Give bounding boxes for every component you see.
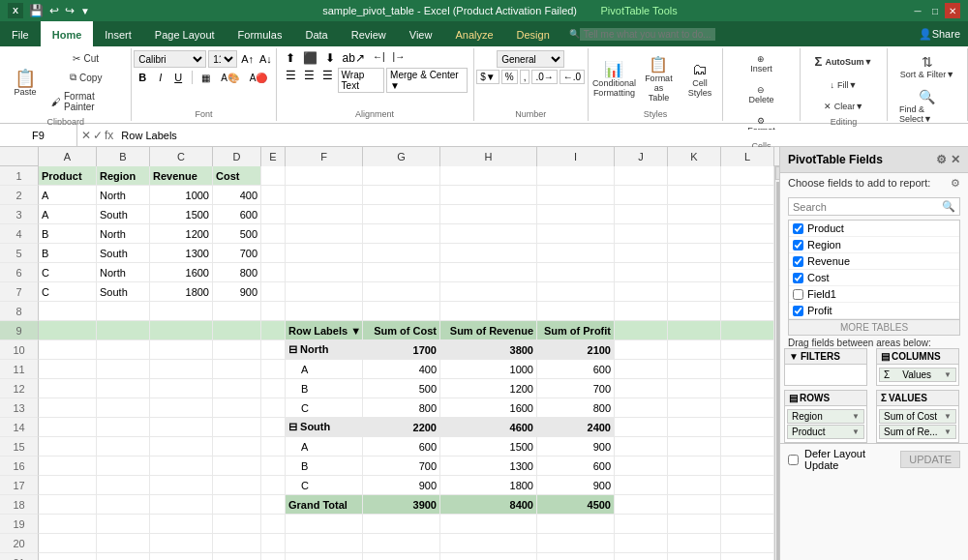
col-I[interactable]: I — [537, 147, 615, 166]
col-K[interactable]: K — [668, 147, 721, 166]
cell-e8[interactable] — [261, 302, 286, 321]
cell-b14[interactable] — [97, 418, 150, 437]
cell-k13[interactable] — [668, 398, 721, 418]
cell-b20[interactable] — [97, 534, 150, 553]
cell-k9[interactable] — [668, 321, 721, 340]
align-center-btn[interactable]: ☰ — [301, 68, 318, 93]
cell-i15[interactable]: 900 — [537, 437, 615, 457]
indent-right-btn[interactable]: |→ — [390, 50, 408, 66]
cell-c13[interactable] — [150, 398, 213, 418]
cell-a11[interactable] — [39, 360, 97, 379]
cell-k2[interactable] — [668, 186, 721, 205]
merge-center-btn[interactable]: Merge & Center ▼ — [386, 68, 468, 93]
pivot-search-input[interactable] — [793, 201, 942, 213]
cell-f16[interactable]: B — [286, 457, 363, 476]
cell-a13[interactable] — [39, 398, 97, 418]
cell-e15[interactable] — [261, 437, 286, 457]
cell-a7[interactable]: C — [39, 282, 97, 302]
cell-d5[interactable]: 700 — [213, 244, 261, 263]
cell-a10[interactable] — [39, 340, 97, 360]
cell-d6[interactable]: 800 — [213, 263, 261, 282]
cell-d18[interactable] — [213, 495, 261, 515]
cell-l6[interactable] — [721, 263, 774, 282]
cell-j15[interactable] — [615, 437, 668, 457]
undo-btn[interactable]: ↩ — [49, 4, 59, 17]
cell-c8[interactable] — [150, 302, 213, 321]
cell-l10[interactable] — [721, 340, 774, 360]
cell-a4[interactable]: B — [39, 224, 97, 244]
cell-h19[interactable] — [440, 515, 537, 534]
align-right-btn[interactable]: ☰ — [319, 68, 336, 93]
cell-j5[interactable] — [615, 244, 668, 263]
cell-j3[interactable] — [615, 205, 668, 224]
font-select[interactable]: Calibri — [134, 50, 206, 68]
customize-btn[interactable]: ▼ — [80, 6, 90, 16]
bold-btn[interactable]: B — [134, 70, 151, 85]
pivot-search[interactable]: 🔍 — [788, 197, 960, 216]
cell-f8[interactable] — [286, 302, 363, 321]
cell-j13[interactable] — [615, 398, 668, 418]
cell-h11[interactable]: 1000 — [440, 360, 537, 379]
pivot-close-icon[interactable]: ✕ — [951, 153, 960, 166]
cell-c5[interactable]: 1300 — [150, 244, 213, 263]
format-table-btn[interactable]: 📋 Format as Table — [638, 51, 679, 106]
cell-k7[interactable] — [668, 282, 721, 302]
cell-j8[interactable] — [615, 302, 668, 321]
field-checkbox-field1[interactable] — [793, 289, 803, 300]
cell-j12[interactable] — [615, 379, 668, 398]
align-top-btn[interactable]: ⬆ — [283, 50, 298, 66]
cell-c14[interactable] — [150, 418, 213, 437]
cell-h3[interactable] — [440, 205, 537, 224]
cell-i10[interactable]: 2100 — [537, 340, 615, 360]
cell-k1[interactable] — [668, 166, 721, 186]
cell-h7[interactable] — [440, 282, 537, 302]
cell-d10[interactable] — [213, 340, 261, 360]
cell-k14[interactable] — [668, 418, 721, 437]
cell-i1[interactable] — [537, 166, 615, 186]
cell-d7[interactable]: 900 — [213, 282, 261, 302]
defer-update-checkbox[interactable] — [788, 455, 799, 465]
cell-i9[interactable]: Sum of Profit — [537, 321, 615, 340]
wrap-text-btn[interactable]: Wrap Text — [338, 68, 384, 93]
pivot-settings-icon[interactable]: ⚙ — [936, 153, 947, 166]
cell-f21[interactable] — [286, 553, 363, 560]
update-btn[interactable]: UPDATE — [900, 451, 960, 468]
cell-b4[interactable]: North — [97, 224, 150, 244]
cell-f9[interactable]: Row Labels ▼ — [286, 321, 363, 340]
cell-i14[interactable]: 2400 — [537, 418, 615, 437]
cell-e12[interactable] — [261, 379, 286, 398]
cell-g11[interactable]: 400 — [363, 360, 440, 379]
tab-formulas[interactable]: Formulas — [227, 21, 294, 46]
cell-d1[interactable]: Cost — [213, 166, 261, 186]
columns-values-item[interactable]: Σ Values ▼ — [879, 368, 956, 382]
cell-h5[interactable] — [440, 244, 537, 263]
col-A[interactable]: A — [39, 147, 97, 166]
cell-f17[interactable]: C — [286, 476, 363, 495]
cell-h21[interactable] — [440, 553, 537, 560]
cell-l21[interactable] — [721, 553, 774, 560]
cell-h20[interactable] — [440, 534, 537, 553]
cell-d20[interactable] — [213, 534, 261, 553]
number-format-select[interactable]: General — [497, 50, 564, 68]
cell-h6[interactable] — [440, 263, 537, 282]
tab-review[interactable]: Review — [340, 21, 398, 46]
tab-view[interactable]: View — [398, 21, 444, 46]
cell-f1[interactable] — [286, 166, 363, 186]
values-revenue-item[interactable]: Sum of Re... ▼ — [879, 425, 956, 439]
rows-region-item[interactable]: Region ▼ — [787, 409, 864, 424]
cell-g18[interactable]: 3900 — [363, 495, 440, 515]
cell-j20[interactable] — [615, 534, 668, 553]
field-item-profit[interactable]: Profit — [789, 303, 959, 319]
cell-l18[interactable] — [721, 495, 774, 515]
cell-g1[interactable] — [363, 166, 440, 186]
cell-e17[interactable] — [261, 476, 286, 495]
cell-j21[interactable] — [615, 553, 668, 560]
underline-btn[interactable]: U — [169, 70, 187, 85]
cell-f3[interactable] — [286, 205, 363, 224]
align-left-btn[interactable]: ☰ — [283, 68, 299, 93]
cell-h13[interactable]: 1600 — [440, 398, 537, 418]
field-item-region[interactable]: Region — [789, 237, 959, 253]
col-C[interactable]: C — [150, 147, 213, 166]
col-F[interactable]: F — [286, 147, 363, 166]
cell-b19[interactable] — [97, 515, 150, 534]
